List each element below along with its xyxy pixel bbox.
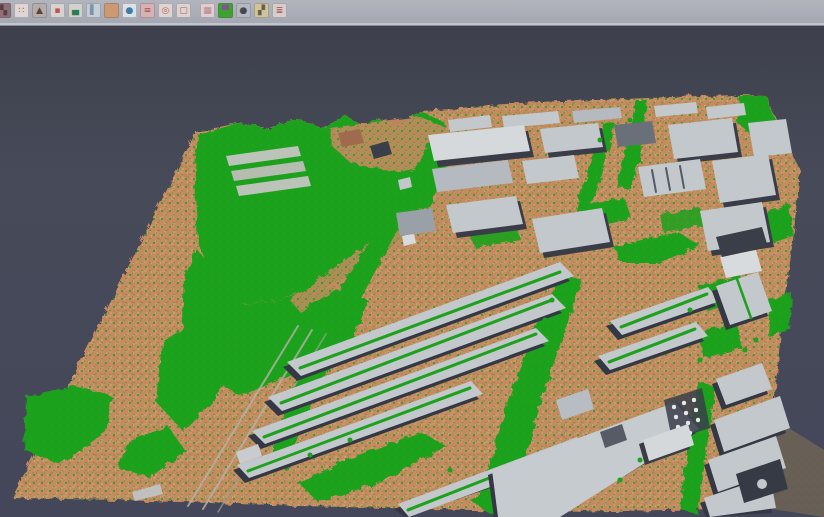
scene-shape [668,118,738,159]
toolbar: ▚∷▲▪▄▌●≡◎▢▦▀●▞≣ [0,0,824,26]
scene-shape [684,411,688,415]
scene-shape [672,405,676,409]
scene-shape [694,408,698,412]
scene-shape [692,398,696,402]
scene-shape [526,398,531,403]
scene-shape [712,154,776,203]
globe-icon[interactable]: ● [122,3,137,18]
ground-class-icon[interactable] [104,3,119,18]
scene-shape [628,118,633,123]
scene-shape [550,298,555,303]
classify-points-icon[interactable]: ∷ [14,3,29,18]
scene-shape [682,401,686,405]
scene-shape [696,418,700,422]
scene-shape [348,438,353,443]
classification-map-icon[interactable]: ▀ [218,3,233,18]
scene-shape [308,453,313,458]
scene-shape [618,478,623,483]
scene-shape [593,158,598,163]
column-icon[interactable]: ▌ [86,3,101,18]
grid-icon[interactable]: ▦ [200,3,215,18]
scene-shape [543,318,548,323]
classified-pointcloud-scene [0,0,824,517]
scene-shape [638,458,643,463]
camera-icon[interactable]: ● [236,3,251,18]
viewport-3d[interactable] [0,26,824,517]
scene-shape [614,121,656,147]
scene-shape [534,358,539,363]
ring-icon[interactable]: ◎ [158,3,173,18]
open-project-icon[interactable]: ▚ [0,3,11,18]
scene-shape [428,453,433,458]
scene-shape [674,415,678,419]
terrain-icon[interactable]: ▲ [32,3,47,18]
layers-icon[interactable]: ≡ [140,3,155,18]
scene-shape [598,138,603,143]
map-sheet-icon[interactable]: ▞ [254,3,269,18]
scene-shape [688,308,693,313]
scene-shape [757,479,767,489]
scene-shape [558,288,563,293]
scene-shape [698,358,703,363]
hill-icon[interactable]: ▄ [68,3,83,18]
toolbar-icon-row: ▚∷▲▪▄▌●≡◎▢▦▀●▞≣ [0,3,290,18]
marker-icon[interactable]: ▪ [50,3,65,18]
selection-icon[interactable]: ▢ [176,3,191,18]
legend-icon[interactable]: ≣ [272,3,287,18]
scene-shape [743,348,748,353]
app-window: ▚∷▲▪▄▌●≡◎▢▦▀●▞≣ [0,0,824,517]
scene-shape [396,208,436,236]
scene-shape [754,338,759,343]
scene-shape [748,119,792,157]
scene-shape [448,468,453,473]
